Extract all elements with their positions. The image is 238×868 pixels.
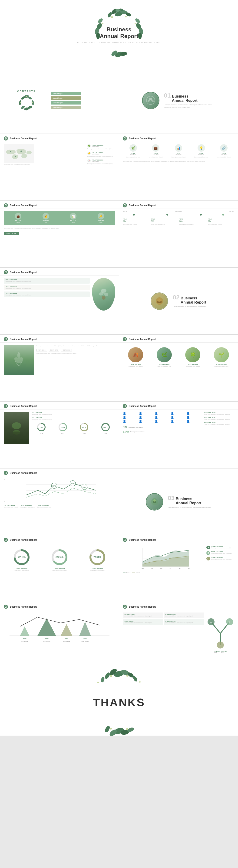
slide-icon: [4, 136, 8, 141]
slide-section03: 03 Business Annual Report Lorem ipsum do…: [119, 468, 238, 535]
slide-map-body: Lorem ipsum dolor sit amet consectetur a…: [0, 142, 119, 200]
slide-green-title: Business Annual Report: [10, 204, 37, 207]
slide-icon: [123, 404, 127, 408]
ring-3: 79.8% TITLE ADD HERE Lorem ipsum dolor s…: [80, 548, 115, 571]
section03-desc: Lorem ipsum dolor sit amet consectetur a…: [168, 506, 211, 509]
section03-subtitle: Annual Report: [176, 501, 201, 505]
green-icon-3: 📊 TITLE ADD HERE: [61, 213, 86, 223]
triangle-chart-svg: 20% 35% 29% 34% ADD HERE ADD HERE ADD HE…: [4, 613, 115, 643]
table-row-3: TITLE ADD HERE Lorem ipsum dolor sit ame…: [4, 291, 90, 297]
slide-section02: 02 Business Annual Report Lorem ipsum do…: [119, 268, 238, 335]
slide-yshape-header: Business Annual Report: [119, 602, 238, 610]
circle-item-4: 🌱 TITLE Add Here Lorem ipsum dolor sit a…: [208, 347, 234, 368]
linechart-label-2: TITLE ADD HERE Lorem ipsum dolor sit ame…: [21, 505, 34, 508]
svg-point-10: [135, 18, 141, 24]
svg-text:63.5%: 63.5%: [56, 556, 63, 559]
svg-point-46: [101, 289, 107, 293]
photo-tag-2: TEXT HERE: [49, 349, 59, 351]
slide-photo1: Business Annual Report Lorem ipsum dolor…: [0, 335, 119, 401]
slide-title-desc: Lorem ipsum dolor sit amet consectetur a…: [77, 41, 160, 43]
area-stat-C: C TITLE ADD HERE Lorem ipsum dolor sit a…: [206, 557, 234, 560]
slide-icon: [4, 203, 8, 208]
map-stat-3: 📈 TITLE ADD HERE Lorem ipsum Lorem ipsum…: [87, 159, 115, 165]
slide-linechart1-body: 02 01 65: [0, 476, 119, 535]
svg-point-70: [124, 405, 126, 407]
slide-thanks: THANKS: [0, 669, 238, 736]
green-button[interactable]: READ MORE: [4, 232, 19, 235]
svg-point-131: [104, 672, 111, 680]
section01-subtitle: Annual Report: [172, 98, 197, 103]
svg-point-48: [103, 292, 109, 297]
table-row-2: TITLE ADD HERE Lorem ipsum dolor sit ame…: [4, 285, 90, 290]
section01-title: Business: [172, 94, 197, 98]
slide-photo2-title: Business Annual Report: [10, 405, 37, 407]
section01-number: 01: [164, 92, 171, 98]
slide-map-header: Business Annual Report: [0, 134, 119, 142]
svg-marker-109: [79, 622, 91, 636]
timeline-col-3: TITLE ADD HERE Lorem ipsum dolor sit ame…: [179, 218, 206, 225]
svg-point-31: [20, 102, 21, 103]
svg-text:29%: 29%: [65, 638, 68, 640]
svg-point-44: [124, 205, 126, 206]
contents-item-2: Annual Report: [51, 96, 81, 100]
svg-text:35%: 35%: [45, 638, 49, 640]
svg-text:75%: 75%: [39, 426, 43, 428]
slide-icon: [4, 538, 8, 542]
svg-marker-106: [20, 626, 29, 636]
slide-photo2-header: Business Annual Report: [0, 402, 119, 409]
slide-table-header: Business Annual Report: [0, 268, 119, 276]
green-icon-1: 💼 TITLE ADD HERE: [6, 213, 31, 223]
slide-photo1-body: Lorem ipsum dolor sit amet consectetur a…: [0, 343, 119, 401]
slide-table-title: Business Annual Report: [10, 271, 37, 274]
slide-areachart-header: Business Annual Report: [119, 535, 238, 543]
slide-icon: [123, 604, 127, 609]
svg-point-14: [97, 18, 103, 24]
slide-5icons-header: Business Annual Report: [119, 134, 238, 142]
svg-marker-108: [61, 624, 72, 636]
map-stat-2: 💰 TITLE ADD HERE Lorem ipsum Lorem ipsum…: [87, 152, 115, 157]
prog-circle-3: 85% TITLE: [75, 423, 94, 434]
green-icon-2: 💰 TITLE ADD HERE: [33, 213, 59, 223]
green-icon-4: 🔑 TITLE ADD HERE: [88, 213, 114, 223]
svg-point-84: [5, 539, 7, 541]
photo-tag-1: TEXT HERE: [36, 349, 47, 351]
linechart-svg: 65% 47% 53%: [7, 479, 115, 502]
slide-linechart1-header: Business Annual Report: [0, 468, 119, 476]
photo2-image: [4, 412, 29, 444]
svg-text:ADD HERE: ADD HERE: [43, 641, 50, 642]
timeline-col-2: TITLE ADD HERE Lorem ipsum dolor sit ame…: [151, 218, 178, 225]
contents-item-3: Annual Report: [51, 101, 81, 104]
slide-title-heading: Business: [77, 26, 160, 33]
circle-item-3: 🍀 TITLE Add Here Lorem ipsum dolor sit a…: [180, 347, 206, 368]
svg-point-57: [13, 431, 20, 435]
svg-point-45: [5, 271, 7, 273]
svg-point-20: [135, 23, 136, 24]
slide-circles-header: Business Annual Report: [119, 335, 238, 343]
svg-point-54: [124, 338, 126, 340]
section02-title: Business: [181, 296, 206, 300]
photo1-image: [4, 345, 34, 375]
svg-text:47%: 47%: [71, 483, 75, 485]
slide-timeline-title: Business Annual Report: [129, 204, 156, 207]
svg-point-71: [5, 472, 7, 474]
svg-text:60%: 60%: [61, 426, 65, 428]
svg-text:53%: 53%: [83, 486, 86, 488]
icon-stat-2: 💼 TITLE ADD HERE Lorem ipsum dolor sit a…: [146, 144, 167, 158]
prog-title-2: TITLE Add Here: [32, 417, 115, 418]
svg-text:A: A: [210, 621, 212, 623]
slide-table: Business Annual Report TITLE ADD HERE Lo…: [0, 268, 119, 335]
svg-text:65%: 65%: [52, 485, 56, 487]
slide-triangle-body: 20% 35% 29% 34% ADD HERE ADD HERE ADD HE…: [0, 610, 119, 669]
map-desc: Lorem ipsum dolor sit amet consectetur a…: [4, 164, 85, 165]
svg-point-32: [32, 102, 33, 103]
yshape-cell-2: TITLE Add Here Lorem ipsum dolor sit ame…: [164, 613, 204, 618]
area-chart-svg: Jan Mar May Jul Sep Nov: [123, 546, 204, 571]
circle-item-2: 🌿 TITLE Add Here Lorem ipsum dolor sit a…: [151, 347, 177, 368]
map-stat-1: 🌿 TITLE ADD HERE Lorem ipsum Lorem ipsum…: [87, 144, 115, 150]
slide-people-title: Business Annual Report: [129, 405, 156, 407]
slide-icon: [123, 136, 127, 141]
slide-timeline: Business Annual Report 2019 ---- ----- 2…: [119, 201, 238, 268]
slide-icon: [4, 270, 8, 274]
svg-point-94: [124, 539, 126, 541]
table-image: [92, 278, 115, 311]
